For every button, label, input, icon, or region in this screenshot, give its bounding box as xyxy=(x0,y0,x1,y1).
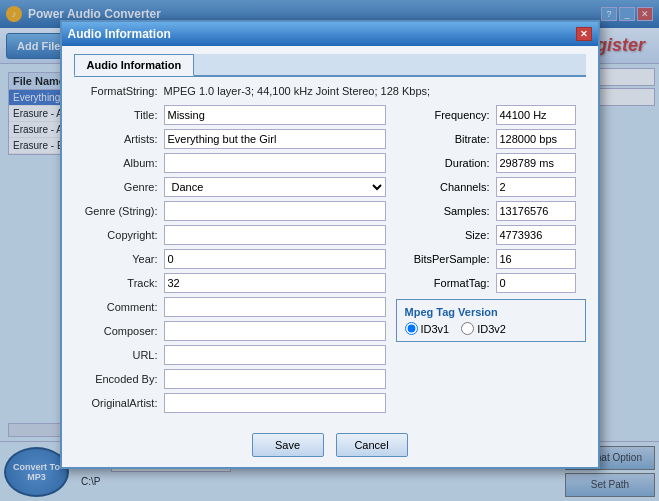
format-tag-row: FormatTag: 0 xyxy=(396,273,586,293)
app-window: ♪ Power Audio Converter ? _ ✕ Add Files … xyxy=(0,0,659,501)
mpeg-radio-row: ID3v1 ID3v2 xyxy=(405,322,577,335)
channels-row: Channels: 2 xyxy=(396,177,586,197)
genre-row: Genre: Dance Pop Rock xyxy=(74,177,386,197)
composer-label: Composer: xyxy=(74,325,164,337)
cancel-button[interactable]: Cancel xyxy=(336,433,408,457)
samples-label: Samples: xyxy=(396,205,496,217)
artists-input[interactable] xyxy=(164,129,386,149)
dialog-title: Audio Information xyxy=(68,27,171,41)
info-panel: Frequency: 44100 Hz Bitrate: 128000 bps … xyxy=(386,105,586,417)
dialog-tab-bar: Audio Information xyxy=(74,54,586,77)
original-artist-row: OriginalArtist: xyxy=(74,393,386,413)
dialog-body: Audio Information FormatString: MPEG 1.0… xyxy=(62,46,598,425)
id3v1-label: ID3v1 xyxy=(421,323,450,335)
genre-select[interactable]: Dance Pop Rock xyxy=(164,177,386,197)
size-value: 4773936 xyxy=(496,225,576,245)
frequency-label: Frequency: xyxy=(396,109,496,121)
size-row: Size: 4773936 xyxy=(396,225,586,245)
year-input[interactable] xyxy=(164,249,386,269)
channels-value: 2 xyxy=(496,177,576,197)
format-tag-label: FormatTag: xyxy=(396,277,496,289)
original-artist-label: OriginalArtist: xyxy=(74,397,164,409)
audio-info-dialog: Audio Information ✕ Audio Information Fo… xyxy=(60,20,600,469)
mpeg-tag-box: Mpeg Tag Version ID3v1 ID3v2 xyxy=(396,299,586,342)
bitrate-row: Bitrate: 128000 bps xyxy=(396,129,586,149)
dialog-two-col: Title: Artists: Album: Genre: xyxy=(74,105,586,417)
tab-audio-information[interactable]: Audio Information xyxy=(74,54,195,76)
comment-label: Comment: xyxy=(74,301,164,313)
bitrate-label: Bitrate: xyxy=(396,133,496,145)
genre-string-input[interactable] xyxy=(164,201,386,221)
copyright-input[interactable] xyxy=(164,225,386,245)
genre-string-label: Genre (String): xyxy=(74,205,164,217)
size-label: Size: xyxy=(396,229,496,241)
year-label: Year: xyxy=(74,253,164,265)
duration-value: 298789 ms xyxy=(496,153,576,173)
comment-row: Comment: xyxy=(74,297,386,317)
bits-per-sample-value: 16 xyxy=(496,249,576,269)
copyright-row: Copyright: xyxy=(74,225,386,245)
bits-per-sample-row: BitsPerSample: 16 xyxy=(396,249,586,269)
artists-row: Artists: xyxy=(74,129,386,149)
duration-label: Duration: xyxy=(396,157,496,169)
dialog-title-bar: Audio Information ✕ xyxy=(62,22,598,46)
frequency-row: Frequency: 44100 Hz xyxy=(396,105,586,125)
track-label: Track: xyxy=(74,277,164,289)
duration-row: Duration: 298789 ms xyxy=(396,153,586,173)
save-button[interactable]: Save xyxy=(252,433,324,457)
frequency-value: 44100 Hz xyxy=(496,105,576,125)
album-row: Album: xyxy=(74,153,386,173)
url-label: URL: xyxy=(74,349,164,361)
track-input[interactable] xyxy=(164,273,386,293)
url-input[interactable] xyxy=(164,345,386,365)
encoded-by-label: Encoded By: xyxy=(74,373,164,385)
bitrate-value: 128000 bps xyxy=(496,129,576,149)
format-string-label: FormatString: xyxy=(74,85,164,97)
id3v2-label: ID3v2 xyxy=(477,323,506,335)
title-input[interactable] xyxy=(164,105,386,125)
composer-input[interactable] xyxy=(164,321,386,341)
id3v1-option[interactable]: ID3v1 xyxy=(405,322,450,335)
channels-label: Channels: xyxy=(396,181,496,193)
year-row: Year: xyxy=(74,249,386,269)
copyright-label: Copyright: xyxy=(74,229,164,241)
composer-row: Composer: xyxy=(74,321,386,341)
url-row: URL: xyxy=(74,345,386,365)
bits-per-sample-label: BitsPerSample: xyxy=(396,253,496,265)
format-tag-value: 0 xyxy=(496,273,576,293)
encoded-by-row: Encoded By: xyxy=(74,369,386,389)
format-string-row: FormatString: MPEG 1.0 layer-3; 44,100 k… xyxy=(74,85,586,97)
genre-label: Genre: xyxy=(74,181,164,193)
samples-row: Samples: 13176576 xyxy=(396,201,586,221)
format-string-value: MPEG 1.0 layer-3; 44,100 kHz Joint Stere… xyxy=(164,85,586,97)
id3v2-option[interactable]: ID3v2 xyxy=(461,322,506,335)
artists-label: Artists: xyxy=(74,133,164,145)
album-label: Album: xyxy=(74,157,164,169)
comment-input[interactable] xyxy=(164,297,386,317)
genre-string-row: Genre (String): xyxy=(74,201,386,221)
title-row: Title: xyxy=(74,105,386,125)
title-label: Title: xyxy=(74,109,164,121)
track-row: Track: xyxy=(74,273,386,293)
modal-overlay: Audio Information ✕ Audio Information Fo… xyxy=(0,0,659,501)
dialog-footer: Save Cancel xyxy=(62,425,598,467)
id3v2-radio[interactable] xyxy=(461,322,474,335)
samples-value: 13176576 xyxy=(496,201,576,221)
id3v1-radio[interactable] xyxy=(405,322,418,335)
encoded-by-input[interactable] xyxy=(164,369,386,389)
album-input[interactable] xyxy=(164,153,386,173)
dialog-close-button[interactable]: ✕ xyxy=(576,27,592,41)
dialog-form: Title: Artists: Album: Genre: xyxy=(74,105,386,417)
original-artist-input[interactable] xyxy=(164,393,386,413)
mpeg-tag-title: Mpeg Tag Version xyxy=(405,306,577,318)
